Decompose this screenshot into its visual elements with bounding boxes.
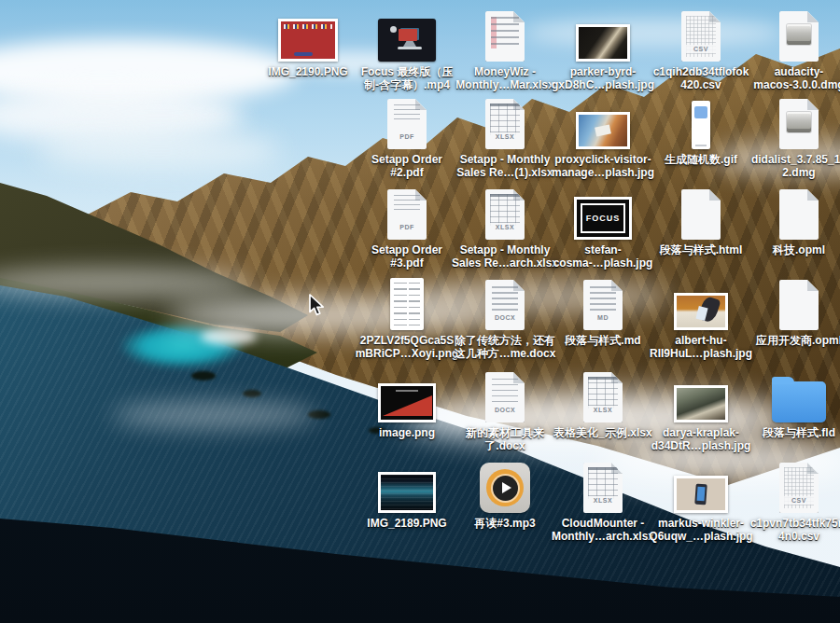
file-type-badge: XLSX xyxy=(485,223,525,231)
file-label-line: 这几种方…me.docx xyxy=(446,348,564,361)
icon-visual-wrap[interactable] xyxy=(674,276,728,330)
desktop-icon-proxyclick-jpg[interactable]: proxyclick-visitor-manage…plash.jpg xyxy=(547,95,659,179)
file-label-line: manage…plash.jpg xyxy=(544,167,662,180)
icon-visual-wrap[interactable] xyxy=(779,95,819,149)
app-developer-opml-file-icon xyxy=(779,280,819,330)
icon-visual-wrap[interactable]: CSV xyxy=(779,459,819,513)
file-type-badge: CSV xyxy=(779,496,819,505)
icon-visual-wrap[interactable] xyxy=(576,7,630,62)
file-label-line: 了.docx xyxy=(446,440,564,453)
setapp-order-3-pdf-file-icon: PDF xyxy=(387,189,427,240)
audio-disc-icon xyxy=(486,469,524,506)
paragraph-style-md-file-icon: MD xyxy=(583,280,623,330)
video-thumbnail xyxy=(378,19,436,62)
desktop-icon-didalist-dmg[interactable]: didalist_3.7.85_172.dmg xyxy=(743,95,840,179)
dogear-fold-icon xyxy=(709,189,721,201)
disk-image-drive-icon xyxy=(787,112,811,132)
icon-visual-wrap[interactable]: XLSX xyxy=(485,95,525,149)
icon-visual-wrap[interactable] xyxy=(779,186,819,240)
random-number-gif-thumbnail xyxy=(692,101,710,149)
didalist-dmg-file-icon xyxy=(779,99,819,149)
2pzlv-png-thumbnail xyxy=(390,278,424,330)
icon-visual-wrap[interactable] xyxy=(681,186,721,240)
dogear-fold-icon xyxy=(807,280,819,291)
document-preview-pattern xyxy=(394,104,420,119)
file-label[interactable]: 科技.opml xyxy=(740,244,840,257)
document-preview-pattern xyxy=(492,379,518,406)
icon-visual-wrap[interactable] xyxy=(485,7,525,62)
albert-hu-jpg-thumbnail xyxy=(674,293,728,330)
rock-islet xyxy=(243,390,261,397)
folder-icon xyxy=(772,381,826,422)
file-label-line: 应用开发商.opml xyxy=(740,335,840,348)
file-label[interactable]: c1pvn7tb34tfk75m4n0.csv xyxy=(740,518,840,543)
dogear-fold-icon xyxy=(807,99,819,110)
icon-visual-wrap[interactable] xyxy=(378,368,436,422)
desktop-icon-traditional-methods-docx[interactable]: DOCX除了传统方法，还有这几种方…me.docx xyxy=(449,276,561,360)
icon-visual-wrap[interactable] xyxy=(378,7,436,62)
desktop-icon-albert-hu-jpg[interactable]: albert-hu-RII9HuL…plash.jpg xyxy=(645,276,757,360)
traditional-methods-docx-file-icon: DOCX xyxy=(485,280,525,330)
new-material-tool-docx-file-icon: DOCX xyxy=(485,372,525,422)
icon-visual-wrap[interactable] xyxy=(779,276,819,330)
icon-visual-wrap[interactable] xyxy=(390,276,424,330)
setapp-order-2-pdf-file-icon: PDF xyxy=(387,99,427,149)
desktop-icon-c1pvn-csv[interactable]: CSVc1pvn7tb34tfk75m4n0.csv xyxy=(743,459,840,543)
file-label[interactable]: audacity-macos-3.0.0.dmg xyxy=(740,66,840,91)
desktop-icon-img-2190-png[interactable]: IMG_2190.PNG xyxy=(252,7,364,79)
icon-visual-wrap[interactable]: DOCX xyxy=(485,368,525,422)
icon-visual-wrap[interactable] xyxy=(480,459,530,513)
file-label[interactable]: didalist_3.7.85_172.dmg xyxy=(740,154,840,179)
icon-visual-wrap[interactable]: FOCUS xyxy=(574,186,632,240)
file-label[interactable]: 段落与样式.fld xyxy=(740,427,840,440)
desktop-icon-darya-kraplak-jpg[interactable]: darya-kraplak-d34DtR…plash.jpg xyxy=(645,368,757,452)
document-preview-pattern xyxy=(492,286,518,313)
desktop-icon-app-developer-opml[interactable]: 应用开发商.opml xyxy=(743,276,840,348)
icon-visual-wrap[interactable] xyxy=(278,7,338,62)
file-label-line: c1pvn7tb34tfk75m xyxy=(740,518,840,531)
icon-visual-wrap[interactable]: PDF xyxy=(387,95,427,149)
icon-visual-wrap[interactable] xyxy=(378,459,436,513)
play-button-icon xyxy=(493,476,518,501)
tech-opml-file-icon xyxy=(779,189,819,240)
file-label-line: macos-3.0.0.dmg xyxy=(740,79,840,92)
icon-visual-wrap[interactable] xyxy=(674,368,728,422)
dogear-fold-icon xyxy=(807,11,819,22)
moon-icon xyxy=(390,26,397,33)
icon-visual-wrap[interactable] xyxy=(674,459,728,513)
icon-visual-wrap[interactable]: XLSX xyxy=(485,186,525,240)
file-label[interactable]: 应用开发商.opml xyxy=(740,335,840,348)
desktop-icon-stefan-cosma-jpg[interactable]: FOCUSstefan-cosma-…plash.jpg xyxy=(547,186,659,270)
cloud xyxy=(37,131,280,172)
disk-image-drive-icon xyxy=(787,24,811,45)
icon-visual-wrap[interactable]: XLSX xyxy=(583,459,623,513)
cloudmounter-xlsx-file-icon: XLSX xyxy=(583,463,623,513)
desktop-icon-paragraph-style-fld[interactable]: 段落与样式.fld xyxy=(743,368,840,440)
icon-visual-wrap[interactable]: PDF xyxy=(387,186,427,240)
fog xyxy=(112,401,317,429)
document-preview-pattern xyxy=(588,377,618,408)
moneywiz-xlsx-file-icon xyxy=(485,11,525,62)
c1qih-csv-file-icon: CSV xyxy=(681,11,721,62)
desktop-icon-audacity-dmg[interactable]: audacity-macos-3.0.0.dmg xyxy=(743,7,840,91)
icon-visual-wrap[interactable] xyxy=(772,368,826,422)
icon-visual-wrap[interactable]: CSV xyxy=(681,7,721,62)
desktop-icon-new-material-tool-docx[interactable]: DOCX新的素材工具来了.docx xyxy=(449,368,561,452)
document-preview-pattern xyxy=(491,17,519,48)
file-type-badge: XLSX xyxy=(583,406,623,414)
monitor-screen-icon xyxy=(399,29,417,41)
setapp-monthly-1-xlsx-file-icon: XLSX xyxy=(485,99,525,149)
icon-visual-wrap[interactable]: XLSX xyxy=(583,368,623,422)
icon-visual-wrap[interactable] xyxy=(576,95,630,149)
icon-visual-wrap[interactable] xyxy=(692,95,710,149)
desktop-icon-tech-opml[interactable]: 科技.opml xyxy=(743,186,840,257)
icon-visual-wrap[interactable]: DOCX xyxy=(485,276,525,330)
audio-file-icon xyxy=(480,463,530,513)
image-png-thumbnail xyxy=(378,383,436,422)
play-triangle-icon xyxy=(502,482,511,493)
icon-visual-wrap[interactable] xyxy=(779,7,819,62)
icon-visual-wrap[interactable]: MD xyxy=(583,276,623,330)
file-label-line: 2.dmg xyxy=(740,167,840,180)
c1pvn-csv-file-icon: CSV xyxy=(779,463,819,513)
document-preview-pattern xyxy=(490,194,520,226)
